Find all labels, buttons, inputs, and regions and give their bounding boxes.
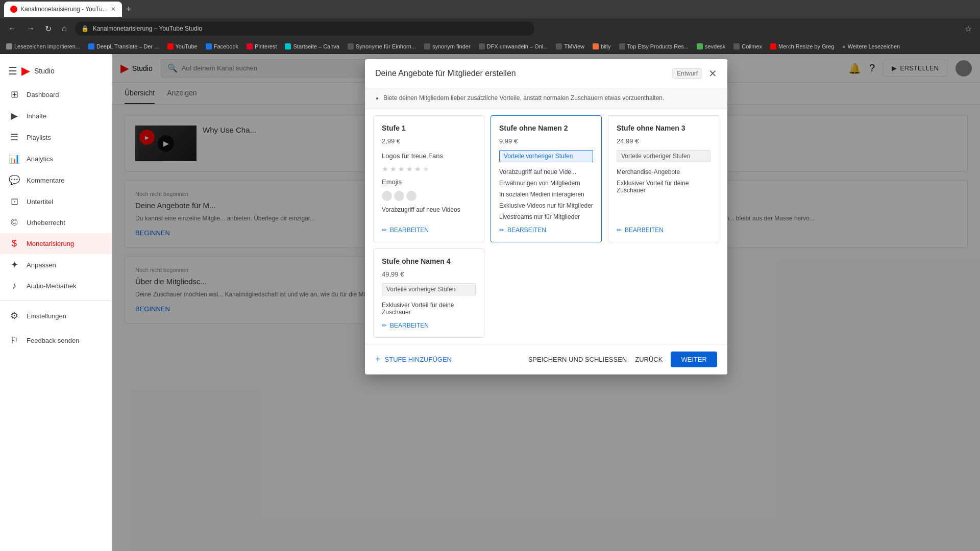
browser-address-bar: ← → ↻ ⌂ 🔒 Kanalmonetarisierung – YouTube… (0, 18, 980, 39)
bookmark-deepl[interactable]: DeepL Translate – Der ... (88, 43, 159, 49)
bookmark-youtube[interactable]: YouTube (167, 43, 198, 49)
bookmark-facebook[interactable]: Facebook (206, 43, 238, 49)
feedback-icon: ⚐ (8, 335, 20, 346)
sidebar-label-urheberrecht: Urheberrecht (27, 219, 65, 227)
bookmark-sevdesk[interactable]: sevdesk (697, 43, 725, 49)
bookmarks-bar: Lesezeichen importieren... DeepL Transla… (0, 39, 980, 54)
sidebar-label-untertitel: Untertitel (27, 198, 53, 206)
tier-3-edit-button[interactable]: ✏ BEARBEITEN (617, 227, 710, 234)
bookmark-synonym-finder[interactable]: synonym finder (424, 43, 471, 49)
bookmark-collmex[interactable]: Collmex (733, 43, 762, 49)
comments-icon: 💬 (8, 174, 20, 186)
bookmark-import[interactable]: Lesezeichen importieren... (6, 43, 80, 49)
tier-2-edit-button[interactable]: ✏ BEARBEITEN (499, 227, 593, 234)
add-tier-button[interactable]: STUFE HINZUFÜGEN (385, 356, 452, 363)
sidebar-item-untertitel[interactable]: ⊡ Untertitel (0, 191, 112, 212)
sidebar-label-analytics: Analytics (27, 155, 53, 163)
app-layout: ☰ ▶ Studio ⊞ Dashboard ▶ Inhalte ☰ Playl… (0, 54, 980, 551)
bookmark-canva[interactable]: Startseite – Canva (285, 43, 339, 49)
tier-1-emojis-label: Emojis (382, 178, 476, 186)
sidebar-label-monetarisierung: Monetarisierung (27, 240, 74, 247)
modal-close-button[interactable]: ✕ (708, 67, 717, 80)
analytics-icon: 📊 (8, 153, 20, 164)
tier-2-perk-1: Erwähnungen von Mitgliedern (499, 179, 593, 188)
footer-actions: SPEICHERN UND SCHLIESSEN ZURÜCK WEITER (528, 352, 717, 367)
address-input[interactable]: 🔒 Kanalmonetarisierung – YouTube Studio (75, 21, 534, 36)
sidebar-label-feedback: Feedback senden (27, 337, 79, 344)
add-tier-icon: + (375, 354, 381, 365)
sidebar-item-urheberrecht[interactable]: © Urheberrecht (0, 212, 112, 233)
tier-3-perks-header: Vorteile vorheriger Stufen (617, 150, 710, 162)
home-button[interactable]: ⌂ (60, 22, 69, 35)
subtitles-icon: ⊡ (8, 196, 20, 207)
modal-dialog: Deine Angebote für Mitglieder erstellen … (365, 59, 727, 374)
sidebar-item-monetarisierung[interactable]: $ Monetarisierung (0, 233, 112, 254)
sidebar-item-dashboard[interactable]: ⊞ Dashboard (0, 84, 112, 105)
sidebar-label-inhalte: Inhalte (27, 112, 46, 120)
tab-close-btn[interactable]: ✕ (111, 6, 116, 13)
forward-nav-button[interactable]: → (24, 22, 37, 35)
modal-notice: Biete deinen Mitgliedern lieber zusätzli… (365, 88, 727, 109)
bookmark-pinterest[interactable]: Pinterest (247, 43, 277, 49)
tier-2-perk-4: Livestreams nur für Mitglieder (499, 212, 593, 221)
modal-footer: + STUFE HINZUFÜGEN SPEICHERN UND SCHLIES… (365, 344, 727, 374)
sidebar-item-anpassen[interactable]: ✦ Anpassen (0, 254, 112, 276)
reload-button[interactable]: ↻ (43, 22, 54, 36)
tier-1-edit-button[interactable]: ✏ BEARBEITEN (382, 227, 476, 234)
pencil-icon-3: ✏ (617, 227, 622, 234)
sidebar-label-kommentare: Kommentare (27, 177, 64, 184)
tier-4-perks-header: Vorteile vorheriger Stufen (382, 283, 476, 295)
sidebar-label-einstellungen: Einstellungen (27, 312, 66, 320)
tier-4-perk-0: Exklusiver Vorteil für deine Zuschauer (382, 300, 476, 317)
sidebar-item-feedback[interactable]: ⚐ Feedback senden (0, 330, 112, 351)
customize-icon: ✦ (8, 259, 20, 270)
back-button[interactable]: ZURÜCK (635, 356, 663, 363)
tier-2-perk-3: Exklusive Videos nur für Mitglieder (499, 201, 593, 210)
modal-overlay: Deine Angebote für Mitglieder erstellen … (112, 54, 980, 551)
tier-2-perk-2: In sozialen Medien interagieren (499, 190, 593, 199)
tiers-row-2: Stufe ohne Namen 4 49,99 € Vorteile vorh… (365, 248, 727, 344)
tier-1-stars: ★ ★ ★ ★ ★ ★ (382, 165, 476, 173)
audio-icon: ♪ (8, 281, 20, 291)
bookmark-merch-resize[interactable]: Merch Resize by Greg (770, 43, 834, 49)
sidebar-label-dashboard: Dashboard (27, 91, 59, 98)
tier-4-perk-list: Exklusiver Vorteil für deine Zuschauer (382, 300, 476, 317)
bookmark-bitly[interactable]: bitly (593, 43, 611, 49)
bookmark-synonyme[interactable]: Synonyme für Einhorn... (348, 43, 416, 49)
tier-card-1: Stufe 1 2,99 € Logos für treue Fans ★ ★ … (373, 115, 484, 242)
url-text: Kanalmonetarisierung – YouTube Studio (93, 25, 202, 32)
sidebar-item-inhalte[interactable]: ▶ Inhalte (0, 105, 112, 127)
empty-col-1 (491, 248, 602, 338)
studio-label: Studio (34, 67, 55, 75)
tier-3-perk-0: Merchandise-Angebote (617, 167, 710, 177)
hamburger-menu[interactable]: ☰ (8, 65, 17, 77)
bookmark-etsy[interactable]: Top Etsy Products Res... (619, 43, 689, 49)
bookmark-tmview[interactable]: TMView (556, 43, 584, 49)
bookmark-more[interactable]: » Weitere Lesezeichen (843, 43, 900, 49)
save-close-button[interactable]: SPEICHERN UND SCHLIESSEN (528, 356, 627, 363)
browser-tab[interactable]: Kanalmonetarisierung - YouTu... ✕ (4, 2, 122, 17)
bookmark-star[interactable]: ☆ (963, 22, 974, 36)
notice-item-1: Biete deinen Mitgliedern lieber zusätzli… (383, 94, 717, 102)
pencil-icon-2: ✏ (499, 227, 504, 234)
tier-1-name: Stufe 1 (382, 124, 476, 132)
tier-card-2: Stufe ohne Namen 2 9,99 € Vorteile vorhe… (491, 115, 602, 242)
sidebar-divider (0, 300, 112, 301)
sidebar-item-playlists[interactable]: ☰ Playlists (0, 127, 112, 148)
new-tab-button[interactable]: + (126, 4, 132, 15)
sidebar-item-audio[interactable]: ♪ Audio-Mediathek (0, 276, 112, 296)
copyright-icon: © (8, 217, 20, 228)
bookmark-dfx[interactable]: DFX umwandeln – Onl... (479, 43, 548, 49)
sidebar: ☰ ▶ Studio ⊞ Dashboard ▶ Inhalte ☰ Playl… (0, 54, 112, 551)
tier-4-edit-button[interactable]: ✏ BEARBEITEN (382, 322, 476, 329)
tier-2-name: Stufe ohne Namen 2 (499, 124, 593, 132)
back-nav-button[interactable]: ← (6, 22, 18, 35)
sidebar-item-analytics[interactable]: 📊 Analytics (0, 148, 112, 169)
next-button[interactable]: WEITER (671, 352, 717, 367)
tier-3-perk-list: Merchandise-Angebote Exklusiver Vorteil … (617, 167, 710, 195)
main-content-area: ▶ Studio 🔍 🔔 ? ▶ ERSTELLEN Übersicht (112, 54, 980, 551)
sidebar-item-kommentare[interactable]: 💬 Kommentare (0, 169, 112, 191)
sidebar-item-einstellungen[interactable]: ⚙ Einstellungen (0, 305, 112, 330)
modal-header: Deine Angebote für Mitglieder erstellen … (365, 59, 727, 88)
tier-3-name: Stufe ohne Namen 3 (617, 124, 710, 132)
